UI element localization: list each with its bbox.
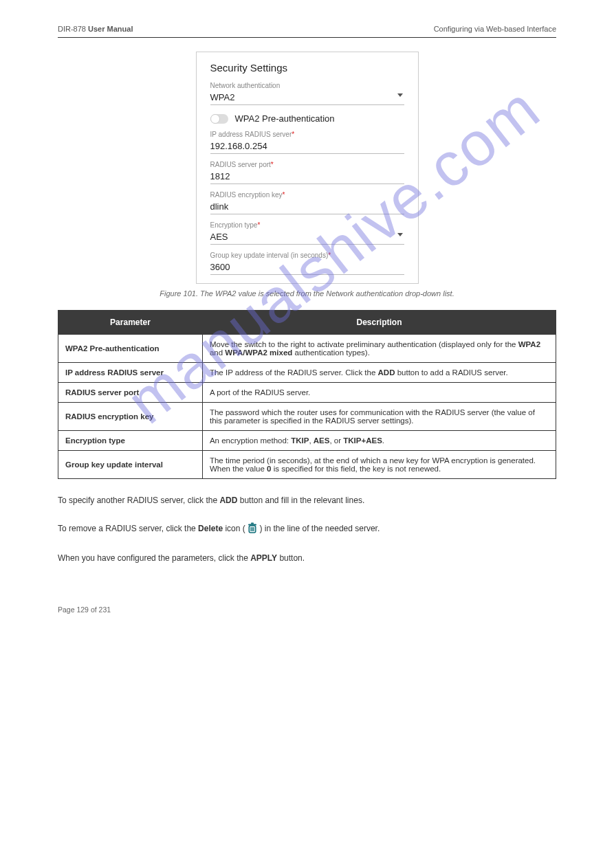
param-desc: The password which the router uses for c… [202, 403, 556, 431]
doc-header-left-bold: User Manual [86, 25, 133, 33]
param-name: RADIUS server port [58, 383, 203, 403]
table-row: RADIUS encryption keyThe password which … [58, 403, 556, 431]
param-name: Group key update interval [58, 451, 203, 479]
param-desc: The time period (in seconds), at the end… [202, 451, 556, 479]
radius-port-label: RADIUS server port* [210, 161, 404, 168]
page-footer: Page 129 of 231 [58, 605, 556, 614]
param-name: Encryption type [58, 431, 203, 451]
group-key-label: Group key update interval (in seconds)* [210, 252, 404, 259]
chevron-down-icon [397, 233, 403, 236]
param-desc: An encryption method: TKIP, AES, or TKIP… [202, 431, 556, 451]
paragraph-add-server: To specify another RADIUS server, click … [58, 494, 556, 507]
wpa2-preauth-toggle[interactable] [210, 114, 228, 124]
group-key-input[interactable]: 3600 [210, 259, 404, 275]
table-row: IP address RADIUS serverThe IP address o… [58, 363, 556, 383]
network-auth-value: WPA2 [210, 92, 235, 102]
table-header-description: Description [202, 311, 556, 335]
radius-ip-label: IP address RADIUS server* [210, 131, 404, 138]
table-row: WPA2 Pre-authenticationMove the switch t… [58, 335, 556, 363]
paragraph-apply: When you have configured the parameters,… [58, 552, 556, 564]
network-auth-label: Network authentication [210, 82, 404, 89]
paragraph-remove-server: To remove a RADIUS server, click the Del… [58, 522, 556, 537]
table-row: Group key update intervalThe time period… [58, 451, 556, 479]
trash-icon [248, 522, 257, 537]
parameters-table: Parameter Description WPA2 Pre-authentic… [58, 310, 556, 479]
doc-header-right: Configuring via Web-based Interface [434, 25, 556, 33]
param-desc: The IP address of the RADIUS server. Cli… [202, 363, 556, 383]
param-name: RADIUS encryption key [58, 403, 203, 431]
wpa2-preauth-toggle-row: WPA2 Pre-authentication [210, 113, 404, 124]
encryption-type-label: Encryption type* [210, 221, 404, 229]
radius-port-input[interactable]: 1812 [210, 168, 404, 184]
doc-header: DIR-878 User Manual Configuring via Web-… [58, 25, 556, 38]
security-settings-card: Security Settings Network authentication… [196, 52, 419, 284]
param-desc: Move the switch to the right to activate… [202, 335, 556, 363]
svg-rect-1 [251, 523, 254, 524]
table-row: RADIUS server portA port of the RADIUS s… [58, 383, 556, 403]
card-title: Security Settings [210, 62, 404, 74]
radius-key-input[interactable]: dlink [210, 199, 404, 214]
table-row: Encryption typeAn encryption method: TKI… [58, 431, 556, 451]
chevron-down-icon [397, 93, 403, 97]
figure-caption: Figure 101. The WPA2 value is selected f… [58, 289, 556, 298]
param-desc: A port of the RADIUS server. [202, 383, 556, 403]
wpa2-preauth-label: WPA2 Pre-authentication [235, 113, 335, 124]
param-name: WPA2 Pre-authentication [58, 335, 203, 363]
network-auth-select[interactable]: WPA2 [210, 89, 404, 105]
radius-key-label: RADIUS encryption key* [210, 191, 404, 199]
doc-header-left: DIR-878 [58, 25, 86, 33]
encryption-type-select[interactable]: AES [210, 229, 404, 245]
encryption-type-value: AES [210, 232, 228, 242]
param-name: IP address RADIUS server [58, 363, 203, 383]
table-header-parameter: Parameter [58, 311, 203, 335]
radius-ip-input[interactable]: 192.168.0.254 [210, 138, 404, 154]
page-number: Page 129 of 231 [58, 605, 111, 614]
